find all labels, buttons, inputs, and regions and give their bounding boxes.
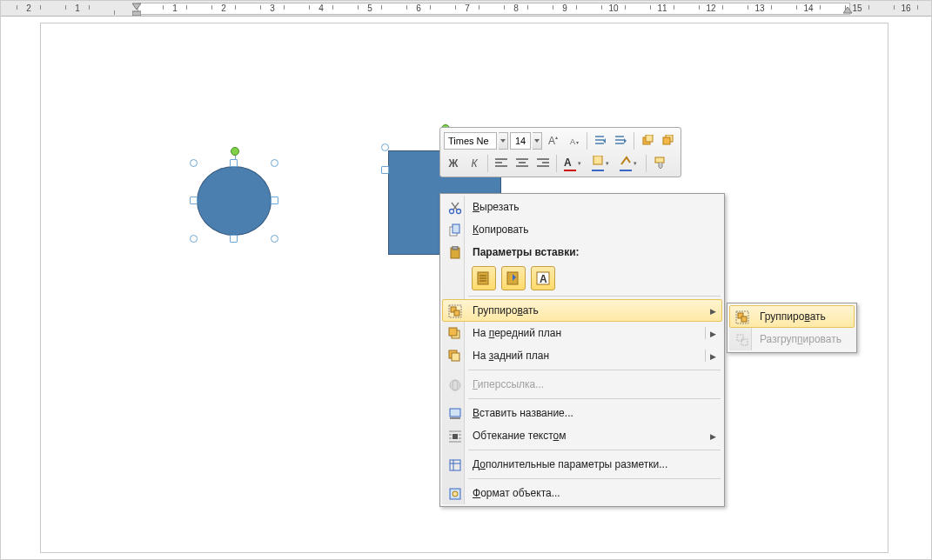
- svg-text:▴: ▴: [555, 135, 558, 140]
- italic-button[interactable]: К: [465, 154, 484, 173]
- caption-icon: [447, 406, 463, 422]
- bold-button[interactable]: Ж: [444, 154, 463, 173]
- svg-rect-29: [452, 353, 459, 361]
- submenu-group[interactable]: Группировать: [729, 305, 855, 328]
- menu-label: На задний план: [473, 350, 549, 362]
- svg-rect-9: [666, 135, 673, 142]
- resize-handle[interactable]: [190, 235, 198, 243]
- svg-point-37: [453, 491, 458, 497]
- format-painter-button[interactable]: [650, 154, 669, 173]
- resize-handle[interactable]: [190, 197, 198, 204]
- indent-marker-left[interactable]: [132, 1, 141, 17]
- resize-handle[interactable]: [271, 197, 278, 204]
- svg-rect-8: [646, 135, 653, 142]
- menu-separator: [468, 450, 721, 450]
- resize-handle[interactable]: [271, 235, 278, 243]
- text-wrap-icon: [447, 429, 463, 444]
- svg-point-30: [450, 380, 460, 390]
- ruler-tick: 4: [297, 3, 345, 13]
- submenu-arrow-icon: ▶: [710, 307, 716, 316]
- svg-rect-34: [453, 434, 458, 439]
- group-icon: [447, 303, 463, 319]
- svg-text:A: A: [570, 137, 575, 146]
- group-icon: [734, 310, 750, 325]
- paste-options-row: A: [442, 263, 722, 293]
- menu-bring-to-front[interactable]: На передний план ▶: [442, 322, 722, 344]
- submenu-arrow-icon: ▶: [710, 330, 716, 338]
- scissors-icon: [447, 200, 463, 216]
- svg-rect-42: [741, 339, 748, 345]
- menu-group[interactable]: Группировать ▶: [442, 299, 722, 322]
- font-color-button[interactable]: A▾: [560, 154, 587, 173]
- menu-label: Копировать: [473, 223, 529, 236]
- grow-font-button[interactable]: A▴: [544, 131, 562, 150]
- shape-fill-back-button[interactable]: [659, 131, 677, 150]
- increase-indent-button[interactable]: [612, 131, 630, 150]
- paste-text-only-button[interactable]: A: [531, 266, 555, 290]
- menu-label: Вырезать: [473, 201, 519, 213]
- menu-label: Разгруппировать: [760, 333, 841, 345]
- ruler-tick: 2: [199, 3, 248, 13]
- svg-text:▾: ▾: [576, 140, 579, 145]
- paste-merge-button[interactable]: [501, 266, 526, 290]
- rotation-handle[interactable]: [231, 147, 239, 156]
- svg-rect-11: [593, 156, 602, 164]
- resize-handle[interactable]: [271, 159, 278, 167]
- menu-cut[interactable]: Вырезать: [442, 196, 722, 218]
- font-size-input[interactable]: 14: [510, 132, 531, 150]
- decrease-indent-button[interactable]: [591, 131, 609, 150]
- ruler-tick: 14: [784, 3, 833, 13]
- font-name-dropdown[interactable]: [499, 132, 509, 150]
- svg-text:A: A: [548, 135, 555, 147]
- menu-text-wrap[interactable]: Обтекание текстом ▶: [442, 424, 722, 447]
- submenu-arrow-icon: ▶: [710, 352, 716, 361]
- resize-handle[interactable]: [230, 159, 238, 167]
- menu-insert-caption[interactable]: Вставить название...: [442, 402, 722, 424]
- shape-fill-front-button[interactable]: [638, 131, 656, 150]
- svg-rect-32: [450, 409, 460, 417]
- paste-keep-source-button[interactable]: [472, 266, 496, 290]
- align-center-button[interactable]: [513, 154, 532, 173]
- ruler-tick: 7: [443, 3, 492, 13]
- ruler-tick: 16: [882, 3, 930, 13]
- align-right-button[interactable]: [533, 154, 553, 173]
- svg-rect-25: [454, 310, 459, 316]
- menu-label: Обтекание текстом: [473, 430, 567, 442]
- highlight-button[interactable]: ▾: [588, 154, 614, 173]
- hyperlink-icon: [447, 377, 463, 393]
- indent-marker-right[interactable]: [843, 1, 852, 17]
- shape-outline-button[interactable]: ▾: [616, 154, 642, 173]
- ruler-tick: 12: [687, 3, 735, 13]
- bring-front-icon: [447, 326, 463, 342]
- ruler-tick: 1: [151, 3, 199, 13]
- font-size-dropdown[interactable]: [533, 132, 543, 150]
- shrink-font-button[interactable]: A▾: [565, 131, 583, 150]
- font-name-input[interactable]: Times Ne: [444, 132, 497, 150]
- menu-label: Дополнительные параметры разметки...: [473, 458, 667, 470]
- svg-marker-0: [132, 3, 141, 10]
- menu-copy[interactable]: Копировать: [442, 218, 722, 241]
- resize-handle[interactable]: [190, 159, 198, 167]
- selection-handles-ellipse: [193, 163, 275, 239]
- resize-handle[interactable]: [230, 235, 238, 243]
- clipboard-icon: [447, 245, 463, 261]
- ruler-tick: 11: [638, 3, 687, 13]
- svg-rect-33: [450, 417, 460, 419]
- submenu-arrow-icon: ▶: [710, 432, 716, 441]
- context-menu: Вырезать Копировать Параметры вставки: A…: [439, 193, 725, 507]
- ruler-tick: 6: [394, 3, 443, 13]
- ruler-tick: 2: [4, 3, 53, 13]
- menu-format-object[interactable]: Формат объекта...: [442, 482, 722, 504]
- menu-label: Формат объекта...: [473, 487, 560, 499]
- align-left-button[interactable]: [492, 154, 511, 173]
- submenu-ungroup: Разгруппировать: [729, 328, 855, 350]
- menu-send-to-back[interactable]: На задний план ▶: [442, 344, 722, 367]
- horizontal-ruler[interactable]: 2 1 1 2 3 4 5 6 7 8 9 10 11 12 13 14 15 …: [1, 1, 931, 17]
- resize-handle[interactable]: [381, 166, 389, 174]
- ruler-tick: 8: [492, 3, 540, 13]
- ruler-tick: 9: [540, 3, 589, 13]
- resize-handle[interactable]: [381, 143, 389, 151]
- menu-more-layout[interactable]: Дополнительные параметры разметки...: [442, 453, 722, 476]
- svg-rect-18: [453, 246, 458, 250]
- menu-label: Параметры вставки:: [473, 246, 580, 258]
